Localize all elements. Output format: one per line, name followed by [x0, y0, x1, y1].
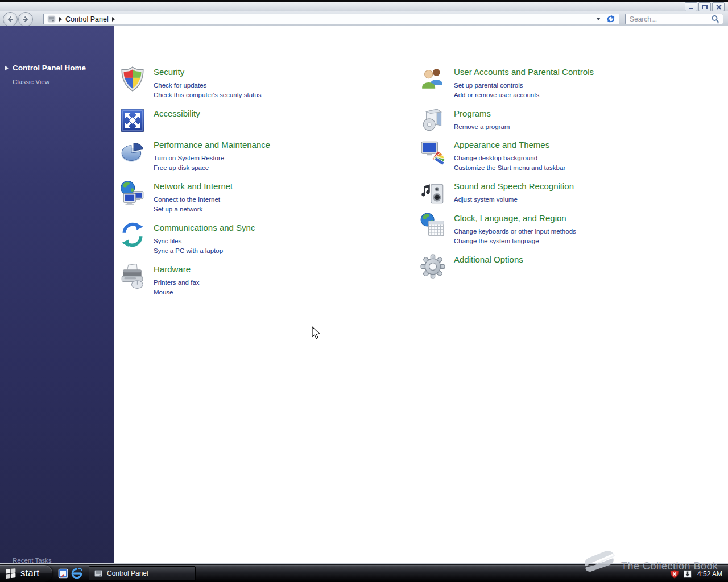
control-panel-window: Control Panel: [0, 0, 728, 564]
category-task-link[interactable]: Remove a program: [454, 122, 510, 132]
titlebar[interactable]: [0, 2, 728, 11]
category-title-link[interactable]: Performance and Maintenance: [154, 140, 270, 150]
category-task-link[interactable]: Change keyboards or other input methods: [454, 227, 576, 236]
programs-box-icon[interactable]: [420, 107, 446, 134]
category-task-link[interactable]: Turn on System Restore: [154, 153, 270, 163]
security-shield-icon[interactable]: [119, 66, 146, 92]
taskbar-button-label: Control Panel: [107, 569, 148, 577]
quick-launch-app-icon[interactable]: [57, 568, 69, 579]
refresh-icon[interactable]: [606, 15, 615, 23]
start-label: start: [20, 568, 39, 579]
address-dropdown-icon[interactable]: [596, 18, 601, 20]
category-security: Security Check for updates Check this co…: [119, 66, 261, 100]
arrow-right-icon: [22, 15, 30, 23]
category-title-link[interactable]: Security: [154, 67, 261, 77]
category-task-link[interactable]: Set up a network: [154, 205, 233, 214]
category-title-link[interactable]: Clock, Language, and Region: [454, 213, 576, 223]
system-tray: 4:52 AM: [670, 565, 725, 582]
accessibility-icon[interactable]: [119, 107, 146, 134]
printer-icon[interactable]: [119, 263, 146, 289]
taskbar-button-control-panel[interactable]: Control Panel: [89, 566, 196, 581]
restore-icon: [702, 5, 708, 9]
clock[interactable]: 4:52 AM: [696, 570, 725, 578]
category-title-link[interactable]: Sound and Speech Recognition: [454, 181, 574, 192]
category-user-accounts: User Accounts and Parental Controls Set …: [420, 66, 594, 100]
category-communications: Communications and Sync Sync files Sync …: [119, 222, 255, 256]
category-title-link[interactable]: User Accounts and Parental Controls: [454, 67, 594, 77]
category-clock-region: Clock, Language, and Region Change keybo…: [420, 212, 576, 246]
watermark-book-icon: [582, 550, 620, 575]
category-accessibility: Accessibility: [119, 107, 200, 134]
category-title-link[interactable]: Appearance and Themes: [454, 140, 565, 150]
content-area: Security Check for updates Check this co…: [114, 26, 728, 563]
category-task-link[interactable]: Change the system language: [454, 236, 576, 246]
category-task-link[interactable]: Customize the Start menu and taskbar: [454, 163, 565, 173]
control-panel-small-icon: [94, 569, 103, 578]
category-task-link[interactable]: Connect to the Internet: [154, 195, 233, 205]
category-hardware: Hardware Printers and fax Mouse: [119, 263, 200, 297]
sync-arrows-icon[interactable]: [119, 222, 146, 248]
category-task-link[interactable]: Printers and fax: [154, 278, 200, 288]
control-panel-small-icon: [47, 15, 56, 23]
category-task-link[interactable]: Change desktop background: [454, 153, 565, 163]
category-task-link[interactable]: Set up parental controls: [454, 81, 594, 90]
back-button[interactable]: [3, 12, 18, 27]
arrow-left-icon: [6, 15, 14, 23]
appearance-monitor-icon[interactable]: [420, 139, 446, 165]
category-network: Network and Internet Connect to the Inte…: [119, 180, 233, 214]
window-body: Control Panel Home Classic View Recent T…: [0, 26, 728, 563]
minimize-icon: [689, 8, 693, 9]
category-programs: Programs Remove a program: [420, 107, 510, 134]
address-bar[interactable]: Control Panel: [43, 14, 619, 24]
category-sound: Sound and Speech Recognition Adjust syst…: [420, 180, 574, 206]
sound-speaker-icon[interactable]: [420, 180, 446, 206]
internet-explorer-icon[interactable]: [71, 568, 82, 579]
category-task-link[interactable]: Sync a PC with a laptop: [154, 246, 255, 256]
sidebar-item-classic-view[interactable]: Classic View: [13, 78, 49, 85]
breadcrumb-item[interactable]: Control Panel: [65, 15, 109, 23]
minimize-button[interactable]: [685, 2, 697, 11]
window-controls: [685, 2, 725, 11]
clock-region-icon[interactable]: [420, 212, 446, 238]
category-task-link[interactable]: Check this computer's security status: [154, 90, 261, 100]
chevron-right-icon[interactable]: [59, 17, 62, 22]
category-task-link[interactable]: Mouse: [154, 288, 200, 297]
category-title-link[interactable]: Network and Internet: [154, 181, 233, 192]
navigation-bar: Control Panel: [0, 11, 728, 27]
gear-icon[interactable]: [420, 253, 446, 280]
forward-button[interactable]: [18, 12, 33, 27]
category-title-link[interactable]: Communications and Sync: [154, 223, 255, 233]
category-title-link[interactable]: Accessibility: [154, 109, 200, 119]
chevron-right-icon[interactable]: [112, 17, 115, 22]
category-appearance: Appearance and Themes Change desktop bac…: [420, 139, 565, 173]
search-box[interactable]: [625, 14, 723, 24]
close-button[interactable]: [712, 2, 725, 11]
category-title-link[interactable]: Programs: [454, 109, 510, 119]
network-globe-icon[interactable]: [119, 180, 146, 206]
windows-update-download-icon[interactable]: [683, 569, 692, 579]
category-title-link[interactable]: Hardware: [154, 264, 200, 275]
windows-flag-icon: [5, 568, 16, 579]
category-performance: Performance and Maintenance Turn on Syst…: [119, 139, 270, 173]
category-additional-options: Additional Options: [420, 253, 523, 280]
sidebar: Control Panel Home Classic View Recent T…: [0, 26, 114, 563]
restore-button[interactable]: [698, 2, 711, 11]
user-accounts-icon[interactable]: [420, 66, 446, 92]
search-icon[interactable]: [711, 15, 720, 24]
category-task-link[interactable]: Sync files: [154, 236, 255, 246]
screen: Control Panel: [0, 0, 728, 582]
search-input[interactable]: [628, 15, 711, 24]
category-task-link[interactable]: Free up disk space: [154, 163, 270, 173]
performance-pie-icon[interactable]: [119, 139, 146, 165]
category-task-link[interactable]: Adjust system volume: [454, 195, 574, 205]
category-task-link[interactable]: Check for updates: [154, 81, 261, 90]
triangle-right-icon: [5, 65, 9, 71]
category-task-link[interactable]: Add or remove user accounts: [454, 90, 594, 100]
close-icon: [716, 5, 721, 10]
sidebar-item-control-panel-home[interactable]: Control Panel Home: [5, 64, 86, 72]
start-button[interactable]: start: [0, 565, 52, 582]
sidebar-home-label: Control Panel Home: [13, 64, 86, 72]
category-title-link[interactable]: Additional Options: [454, 255, 523, 265]
security-alert-shield-icon[interactable]: [670, 569, 679, 579]
